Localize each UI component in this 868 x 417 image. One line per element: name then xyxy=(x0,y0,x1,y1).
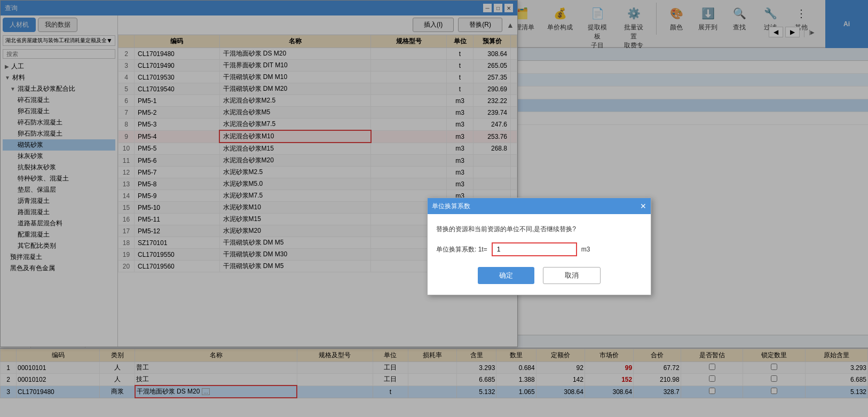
modal-cancel-btn[interactable]: 取消 xyxy=(543,267,601,284)
modal-titlebar: 单位换算系数 ✕ xyxy=(428,198,651,214)
modal-input-label: 单位换算系数: 1t= xyxy=(436,245,487,254)
modal-unit: m3 xyxy=(581,246,590,253)
modal-title: 单位换算系数 xyxy=(432,202,470,211)
conversion-input[interactable] xyxy=(492,242,577,256)
modal-question: 替换的资源和当前资源的单位不同,是否继续替换? xyxy=(436,225,642,234)
modal-close-btn[interactable]: ✕ xyxy=(640,202,646,210)
unit-conversion-modal: 单位换算系数 ✕ 替换的资源和当前资源的单位不同,是否继续替换? 单位换算系数:… xyxy=(427,198,651,295)
modal-confirm-btn[interactable]: 确定 xyxy=(478,267,534,284)
